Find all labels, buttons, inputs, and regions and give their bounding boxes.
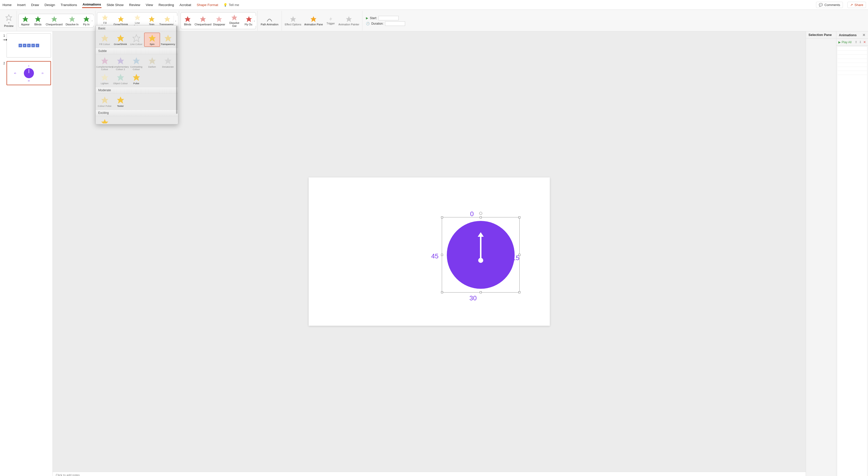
tab-recording[interactable]: Recording [158, 2, 175, 8]
star-icon [164, 16, 171, 23]
slide-canvas[interactable]: 0 15 30 45 [309, 177, 550, 326]
svg-marker-28 [164, 57, 171, 64]
duration-combo[interactable] [385, 21, 405, 26]
category-subtle: Subtle [96, 48, 178, 54]
star-icon [134, 14, 141, 21]
tab-review[interactable]: Review [129, 2, 141, 8]
tell-me[interactable]: 💡 Tell me [223, 3, 239, 7]
bolt-icon [328, 17, 333, 22]
slide-thumb-2[interactable]: 0 15 30 45 [6, 61, 51, 85]
star-icon [22, 16, 29, 23]
svg-marker-33 [117, 96, 124, 103]
path-icon [266, 16, 273, 23]
effect-options-button[interactable]: Effect Options [283, 15, 303, 27]
exit-gallery[interactable]: Blinds Chequerboard Disappear Dissolve O… [181, 12, 256, 29]
svg-marker-32 [101, 96, 108, 103]
resize-handle[interactable] [518, 291, 520, 293]
animation-pane-button[interactable]: Animation Pane [303, 15, 324, 27]
move-down-icon[interactable]: ⬇ [859, 40, 862, 44]
effect-colour-pulse[interactable]: Colour Pulse [97, 94, 113, 109]
resize-handle[interactable] [441, 216, 443, 218]
preview-button[interactable]: ▾ Preview [2, 13, 15, 28]
effect-pulse[interactable]: Pulse [128, 72, 144, 86]
svg-marker-6 [102, 14, 108, 20]
preview-star-icon [5, 14, 12, 21]
star-icon [101, 14, 108, 21]
path-animation-button[interactable]: Path Animation [259, 15, 280, 27]
svg-marker-19 [101, 35, 108, 42]
effect-spin[interactable]: Spin [144, 33, 160, 47]
chevron-right-icon[interactable]: › [174, 16, 178, 26]
notes-placeholder[interactable]: Click to add notes [53, 472, 806, 476]
effect-darken[interactable]: Darken [144, 55, 160, 72]
resize-handle[interactable] [480, 291, 482, 293]
svg-marker-13 [216, 16, 222, 22]
effect-transparency[interactable]: Transparency [160, 33, 176, 47]
svg-marker-7 [118, 16, 124, 22]
slide-panel: 1 ⇥★ 5 4 3 2 1 2 0 15 30 45 [0, 31, 53, 476]
clock-arrow-icon [479, 233, 483, 260]
entrance-gallery[interactable]: Appear Blinds Chequerboard Dissolve In F… [18, 14, 94, 28]
svg-marker-14 [231, 14, 237, 20]
effect-object-colour[interactable]: Object Colour [113, 72, 128, 86]
star-icon [289, 16, 297, 23]
effect-complementary-colour[interactable]: Complementary Colour [97, 55, 113, 72]
effect-complementary-colour-2[interactable]: Complementary Colour 2 [113, 55, 128, 72]
comments-button[interactable]: 💬 Comments [816, 2, 843, 8]
svg-marker-29 [101, 74, 108, 81]
resize-handle[interactable] [518, 216, 520, 218]
animation-list[interactable] [837, 47, 867, 476]
animation-painter-button[interactable]: Animation Painter [337, 15, 361, 27]
trigger-button[interactable]: Trigger [324, 16, 337, 26]
share-button[interactable]: ↗ Share [847, 2, 866, 8]
chevron-right-icon[interactable]: › [252, 16, 256, 26]
tab-home[interactable]: Home [2, 2, 12, 8]
tab-draw[interactable]: Draw [31, 2, 40, 8]
effect-teeter[interactable]: Teeter [113, 94, 128, 109]
tab-shape-format[interactable]: Shape Format [196, 2, 219, 8]
tab-view[interactable]: View [145, 2, 153, 8]
slide-thumb-1[interactable]: ⇥★ 5 4 3 2 1 [6, 33, 51, 58]
chevron-right-icon[interactable]: › [90, 16, 94, 26]
star-icon [199, 16, 207, 23]
menu-bar: Home Insert Draw Design Transitions Anim… [0, 0, 868, 10]
star-icon [345, 16, 352, 23]
resize-handle[interactable] [441, 291, 443, 293]
effect-exciting-partial[interactable] [97, 117, 113, 124]
effect-line-colour[interactable]: Line Colour [128, 33, 144, 47]
effect-grow-shrink[interactable]: Grow/Shrink [113, 33, 128, 47]
star-icon [117, 16, 124, 23]
selection-box[interactable] [442, 217, 520, 293]
slide-number: 1 [1, 33, 5, 58]
tab-transitions[interactable]: Transitions [60, 2, 78, 8]
tab-animations[interactable]: Animations [82, 1, 102, 8]
resize-handle[interactable] [441, 254, 443, 256]
preview-label: Preview [4, 25, 13, 28]
rotate-handle[interactable] [479, 212, 482, 215]
resize-handle[interactable] [518, 254, 520, 256]
star-icon [68, 16, 75, 23]
effect-fill-colour[interactable]: Fill Colour [97, 33, 113, 47]
effect-lighten[interactable]: Lighten [97, 72, 113, 86]
effect-contrasting-colour[interactable]: Contrasting Colour [128, 55, 144, 72]
resize-handle[interactable] [480, 216, 482, 218]
tab-slideshow[interactable]: Slide Show [106, 2, 124, 8]
tab-design[interactable]: Design [44, 2, 56, 8]
start-combo[interactable] [378, 16, 399, 20]
animation-indicator-icon: ⇥★ [3, 38, 7, 41]
delete-icon[interactable]: ✕ [863, 40, 866, 44]
svg-marker-3 [51, 16, 57, 22]
move-up-icon[interactable]: ⬆ [855, 40, 858, 44]
scrollbar-thumb[interactable] [176, 26, 178, 114]
tab-acrobat[interactable]: Acrobat [179, 2, 192, 8]
svg-marker-30 [117, 74, 124, 81]
svg-marker-4 [69, 16, 75, 22]
close-icon[interactable]: ✕ [863, 33, 866, 37]
duration-label: Duration: [371, 22, 383, 25]
play-all-button[interactable]: ▶ Play All [838, 40, 851, 44]
clock-shape[interactable] [447, 221, 515, 289]
star-icon [148, 16, 155, 23]
tab-insert[interactable]: Insert [17, 2, 26, 8]
effect-desaturate[interactable]: Desaturate [160, 55, 176, 72]
svg-marker-15 [246, 16, 252, 22]
